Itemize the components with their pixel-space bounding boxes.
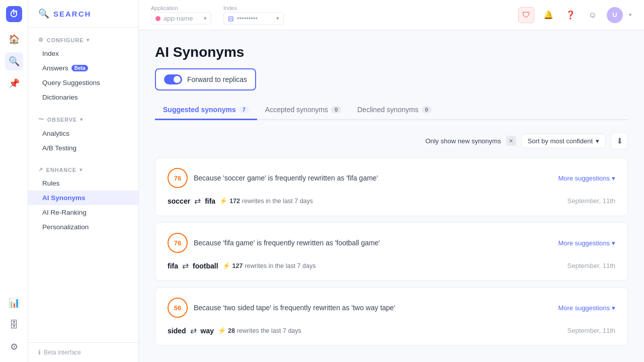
sidebar-item-ai-reranking[interactable]: AI Re-Ranking [28, 205, 138, 220]
sidebar-item-dictionaries[interactable]: Dictionaries [28, 90, 138, 105]
application-value: app-name [164, 15, 201, 22]
home-icon[interactable]: 🏠 [5, 30, 23, 48]
card-footer: sided ⇄ way ⚡ 28 rewrites the last 7 day… [168, 326, 615, 335]
settings-icon[interactable]: ⚙ [5, 338, 23, 356]
chart-icon[interactable]: 📊 [5, 294, 23, 312]
help-button[interactable]: ❓ [562, 7, 579, 23]
rewrite-count: 127 [232, 262, 243, 269]
sidebar-item-index[interactable]: Index [28, 46, 138, 61]
bell-button[interactable]: 🔔 [540, 7, 556, 23]
bolt-icon: ⚡ [219, 197, 227, 205]
rewrite-count: 28 [228, 327, 235, 334]
more-chevron-icon: ▾ [612, 239, 615, 247]
download-button[interactable]: ⬇ [611, 132, 628, 149]
card-header: 76 Because 'soccer game' is frequently r… [168, 168, 615, 188]
tab-declined[interactable]: Declined synonyms 0 [349, 101, 440, 120]
index-dropdown[interactable]: ⊟ ••••••••• ▾ [223, 12, 284, 25]
tabs-bar: Suggested synonyms 7 Accepted synonyms 0… [155, 101, 628, 120]
score-circle: 76 [168, 168, 188, 188]
rewrite-info: ⚡ 172 rewrites in the last 7 days [219, 197, 313, 205]
application-chevron-icon: ▾ [204, 15, 207, 22]
synonym-word-right: football [193, 262, 218, 270]
synonym-card-1: 76 Because 'fifa game' is frequently rew… [155, 222, 628, 281]
bolt-icon: ⚡ [218, 327, 226, 334]
declined-count-badge: 0 [422, 106, 432, 113]
rewrite-info: ⚡ 28 rewrites the last 7 days [218, 327, 301, 334]
forward-toggle-box[interactable]: Forward to replicas [155, 68, 256, 90]
observe-section: 〜 OBSERVE ▾ Analytics A/B Testing [28, 107, 138, 157]
synonym-card-0: 76 Because 'soccer game' is frequently r… [155, 157, 628, 216]
forward-toggle-switch[interactable] [164, 74, 182, 84]
more-suggestions-button[interactable]: More suggestions ▾ [558, 239, 615, 247]
sidebar-item-analytics[interactable]: Analytics [28, 126, 138, 141]
more-chevron-icon: ▾ [612, 174, 615, 182]
beta-icon: ℹ [38, 349, 41, 356]
user-menu-chevron-icon[interactable]: ▾ [629, 12, 632, 18]
sidebar-item-personalization[interactable]: Personalization [28, 220, 138, 234]
pin-icon[interactable]: 📌 [5, 74, 23, 93]
synonym-word-left: fifa [168, 262, 178, 270]
rewrite-count: 172 [229, 198, 240, 205]
sidebar-item-rules[interactable]: Rules [28, 176, 138, 191]
configure-icon: ⚙ [38, 37, 44, 43]
rewrite-label: rewrites the last 7 days [237, 327, 301, 334]
card-footer: soccer ⇄ fifa ⚡ 172 rewrites in the last… [168, 196, 615, 206]
main-area: Application app-name ▾ Index ⊟ •••••••••… [139, 0, 644, 362]
index-selector: Index ⊟ ••••••••• ▾ [223, 5, 284, 25]
synonym-word-right: way [201, 327, 214, 335]
sidebar-brand: SEARCH [53, 10, 91, 18]
enhance-chevron-icon: ▾ [79, 167, 83, 172]
more-suggestions-button[interactable]: More suggestions ▾ [558, 304, 615, 312]
enhance-section-title[interactable]: ↗ ENHANCE ▾ [28, 163, 138, 176]
app-dot-icon [155, 16, 160, 21]
sidebar-item-answers[interactable]: Answers Beta [28, 61, 138, 75]
enhance-section: ↗ ENHANCE ▾ Rules AI Synonyms AI Re-Rank… [28, 157, 138, 236]
observe-section-title[interactable]: 〜 OBSERVE ▾ [28, 113, 138, 126]
rewrite-label: rewrites in the last 7 days [245, 262, 315, 269]
sidebar-item-ab-testing[interactable]: A/B Testing [28, 141, 138, 155]
index-value: ••••••••• [237, 15, 273, 22]
synonym-word-left: soccer [168, 197, 190, 205]
app-logo[interactable]: ⏱ [6, 6, 22, 22]
database-icon[interactable]: 🗄 [5, 316, 23, 334]
sidebar-footer[interactable]: ℹ Beta interface [28, 342, 138, 362]
card-header: 56 Because 'two sided tape' is frequentl… [168, 298, 615, 318]
synonym-word-left: sided [168, 327, 186, 335]
emoji-button[interactable]: ☺ [585, 7, 601, 23]
application-label: Application [151, 5, 211, 11]
card-footer: fifa ⇄ football ⚡ 127 rewrites in the la… [168, 261, 615, 270]
card-date: September, 11th [568, 197, 615, 205]
more-suggestions-button[interactable]: More suggestions ▾ [558, 174, 615, 182]
configure-section: ⚙ CONFIGURE ▾ Index Answers Beta Query S… [28, 28, 138, 107]
sidebar-item-query-suggestions[interactable]: Query Suggestions [28, 75, 138, 90]
index-chevron-icon: ▾ [276, 15, 279, 22]
filter-close-button[interactable]: ✕ [506, 136, 516, 146]
content-area: AI Synonyms Forward to replicas Suggeste… [139, 30, 644, 362]
cards-list: 76 Because 'soccer game' is frequently r… [155, 157, 628, 346]
synonym-arrows-icon: ⇄ [190, 326, 197, 335]
user-avatar[interactable]: U [607, 7, 623, 23]
score-circle: 56 [168, 298, 188, 318]
more-chevron-icon: ▾ [612, 304, 615, 312]
observe-chevron-icon: ▾ [80, 117, 83, 122]
configure-section-title[interactable]: ⚙ CONFIGURE ▾ [28, 34, 138, 46]
page-title: AI Synonyms [155, 44, 628, 60]
card-header: 76 Because 'fifa game' is frequently rew… [168, 233, 615, 253]
filter-bar: Only show new synonyms ✕ Sort by most co… [155, 132, 628, 149]
forward-toggle-label: Forward to replicas [187, 75, 247, 83]
card-date: September, 11th [568, 327, 615, 334]
card-description: Because 'soccer game' is frequently rewr… [194, 174, 552, 182]
tab-accepted[interactable]: Accepted synonyms 0 [257, 101, 349, 120]
application-dropdown[interactable]: app-name ▾ [151, 12, 211, 25]
shield-button[interactable]: 🛡 [518, 7, 534, 23]
sidebar-header: 🔍 SEARCH [28, 0, 138, 28]
synonym-word-right: fifa [205, 197, 215, 205]
search-icon[interactable]: 🔍 [5, 52, 23, 70]
answers-badge: Beta [71, 65, 89, 71]
sort-dropdown[interactable]: Sort by most confident ▾ [521, 134, 606, 148]
sidebar-logo-icon: 🔍 [38, 8, 49, 19]
tab-suggested[interactable]: Suggested synonyms 7 [155, 101, 257, 120]
sidebar-item-ai-synonyms[interactable]: AI Synonyms [28, 191, 138, 205]
accepted-count-badge: 0 [331, 106, 341, 113]
sort-chevron-icon: ▾ [596, 137, 599, 145]
